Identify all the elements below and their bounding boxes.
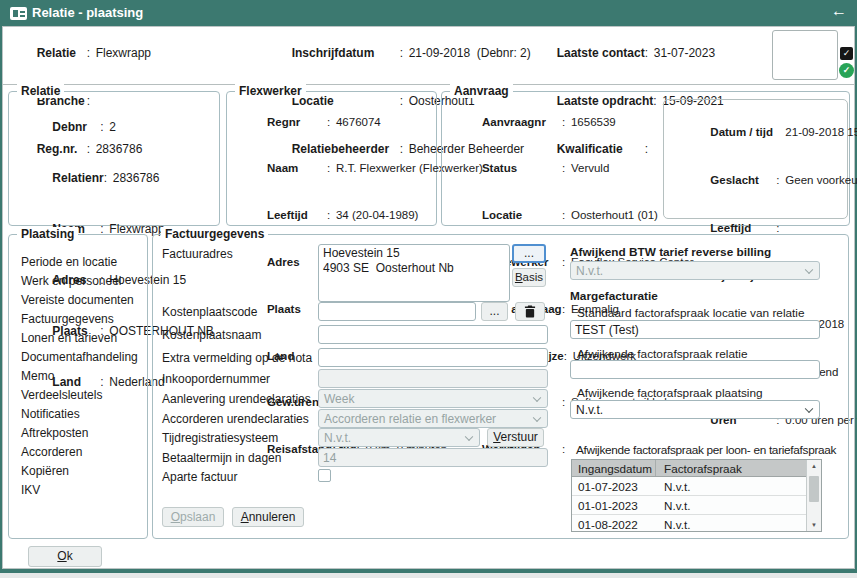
plaatsing-sidebar-legend: Plaatsing	[17, 227, 78, 241]
info-row: Relatienr:2836786	[19, 153, 214, 204]
status-ok-icon: ✓	[839, 63, 854, 78]
basis-button[interactable]: Basis	[512, 268, 546, 287]
betaaltermijn-input	[318, 448, 548, 467]
verstuur-button[interactable]: Verstuur	[487, 428, 544, 447]
table-scrollbar[interactable]: ▲ ▼	[806, 460, 821, 531]
info-separator: :	[645, 45, 650, 61]
kostenplaatscode-delete-button[interactable]	[515, 302, 545, 321]
table-row[interactable]: 01-01-2023N.v.t.	[572, 496, 806, 515]
selected-value: N.v.t.	[576, 403, 603, 417]
factuuradres-label: Factuuradres	[162, 247, 233, 261]
info-value: Oosterhout1 (01)	[571, 209, 658, 221]
plaatsing-sidebar: Plaatsing Periode en locatie Werk en per…	[8, 234, 148, 539]
info-label: Locatie	[482, 208, 562, 224]
afwijkende-factorafspraak-plaatsing-select[interactable]: N.v.t.	[570, 400, 820, 419]
info-label: Inschrijfdatum	[292, 45, 400, 61]
window-shadow-strip	[0, 573, 857, 578]
sidebar-item[interactable]: Vereiste documenten	[21, 291, 138, 310]
info-separator: :	[776, 172, 781, 188]
flexwerker-panel: Flexwerker Regnr:4676074 Naam:R.T. Flexw…	[226, 91, 437, 226]
afwijkende-factorafspraak-relatie-input[interactable]	[570, 360, 820, 379]
relatie-panel: Relatie Debnr:2 Relatienr:2836786 Naam:F…	[8, 91, 220, 226]
kostenplaatsnaam-input[interactable]	[318, 325, 548, 344]
afwijkende-factorafspraak-plaatsing-label: Afwijkende factorafspraak plaatsing	[577, 386, 763, 400]
sidebar-item[interactable]: Verdeelsleutels	[21, 386, 138, 405]
info-value: Vervuld	[571, 162, 609, 174]
header-row: Laatste contact:31-07-2023	[530, 29, 724, 77]
sidebar-item[interactable]: Memo	[21, 367, 138, 386]
aanlevering-urendeclaraties-select: Week	[318, 389, 548, 408]
info-row: Locatie:Oosterhout1 (01)	[450, 193, 694, 240]
factuuradres-textarea[interactable]: Hoevestein 15 4903 SE Oosterhout Nb	[318, 244, 510, 302]
aanlevering-urendeclaraties-label: Aanlevering urendeclaraties	[162, 392, 311, 406]
info-label: Datum / tijd	[710, 124, 776, 140]
scroll-down-icon[interactable]: ▼	[807, 522, 821, 528]
chevron-down-icon	[533, 393, 541, 401]
aparte-factuur-checkbox[interactable]	[318, 469, 331, 482]
info-separator: :	[104, 170, 109, 187]
accorderen-urendeclaraties-select: Accorderen relatie en flexwerker	[318, 409, 548, 428]
btw-reverse-billing-select: N.v.t.	[570, 261, 820, 280]
flexwerker-panel-legend: Flexwerker	[235, 84, 306, 98]
window-border-left	[0, 26, 2, 573]
info-separator: :	[562, 161, 567, 177]
header-divider	[3, 84, 854, 85]
info-separator: :	[87, 45, 92, 61]
header-row: Relatie:Flexwrapp	[10, 29, 151, 77]
info-separator: :	[327, 115, 332, 131]
factuurgegevens-legend: Factuurgegevens	[161, 227, 268, 241]
sidebar-item[interactable]: Accorderen	[21, 443, 138, 462]
annuleren-button[interactable]: Annuleren	[232, 507, 304, 527]
info-separator: :	[562, 115, 567, 131]
selected-value: N.v.t.	[324, 431, 351, 445]
kostenplaatscode-browse-button[interactable]: ...	[481, 302, 508, 321]
table-row[interactable]: 01-08-2022N.v.t.	[572, 515, 806, 532]
sidebar-item[interactable]: Kopiëren	[21, 462, 138, 481]
extra-vermelding-input[interactable]	[318, 348, 548, 367]
standaard-factorafspraak-input[interactable]	[570, 320, 820, 339]
cell-factorafspraak: N.v.t.	[656, 496, 690, 515]
info-label: Naam	[267, 161, 327, 177]
margefacturatie-title: Margefacturatie	[570, 289, 658, 303]
kostenplaatscode-input[interactable]	[318, 302, 476, 321]
info-label: Status	[482, 161, 562, 177]
kostenplaatscode-label: Kostenplaatscode	[162, 305, 257, 319]
chevron-down-icon	[533, 413, 541, 421]
info-value: 1656539	[571, 116, 616, 128]
photo-placeholder	[772, 30, 838, 80]
selected-checkbox-icon[interactable]: ✓	[840, 47, 853, 60]
aanvraag-panel-legend: Aanvraag	[450, 84, 513, 98]
standaard-factorafspraak-label: Standaard factorafspraak locatie van rel…	[577, 306, 805, 320]
info-label: Relatienr	[52, 170, 103, 187]
sidebar-item[interactable]: Notificaties	[21, 405, 138, 424]
sidebar-item[interactable]: IKV	[21, 481, 138, 500]
tijdregistratiesysteem-label: Tijdregistratiesysteem	[162, 431, 278, 445]
info-row: Aanvraagnr:1656539	[450, 99, 694, 146]
sidebar-item[interactable]: Documentafhandeling	[21, 348, 138, 367]
factuuradres-browse-button[interactable]: ...	[512, 244, 546, 263]
table-row[interactable]: 01-07-2023N.v.t.	[572, 477, 806, 496]
sidebar-item[interactable]: Lonen en tarieven	[21, 329, 138, 348]
info-label: Laatste contact	[557, 45, 645, 61]
ok-button[interactable]: Ok	[28, 546, 102, 567]
selected-value: Accorderen relatie en flexwerker	[324, 412, 496, 426]
opslaan-button: Opslaan	[162, 507, 224, 527]
cell-ingangsdatum: 01-01-2023	[572, 496, 656, 514]
tijdregistratiesysteem-select: N.v.t.	[318, 428, 480, 447]
info-row: Debnr:2	[19, 102, 214, 153]
relatie-plaatsing-window: Relatie - plaatsing ← Relatie:Flexwrapp …	[0, 0, 857, 578]
back-arrow-icon[interactable]: ←	[831, 2, 847, 20]
table-body: 01-07-2023N.v.t. 01-01-2023N.v.t. 01-08-…	[572, 477, 806, 532]
scroll-up-icon[interactable]: ▲	[807, 463, 821, 469]
info-value: 2836786	[113, 171, 160, 185]
sidebar-item[interactable]: Periode en locatie	[21, 253, 138, 272]
info-separator: :	[327, 208, 332, 224]
accorderen-urendeclaraties-label: Accorderen urendeclaraties	[162, 412, 309, 426]
scrollbar-thumb[interactable]	[809, 476, 819, 502]
sidebar-item[interactable]: Werk en personeel	[21, 272, 138, 291]
sidebar-item[interactable]: Aftrekposten	[21, 424, 138, 443]
sidebar-item[interactable]: Factuurgegevens	[21, 310, 138, 329]
info-value: 21-09-2018 15:23	[785, 126, 857, 138]
info-value: Flexwrapp	[96, 46, 151, 60]
info-label: Debnr	[52, 119, 100, 136]
